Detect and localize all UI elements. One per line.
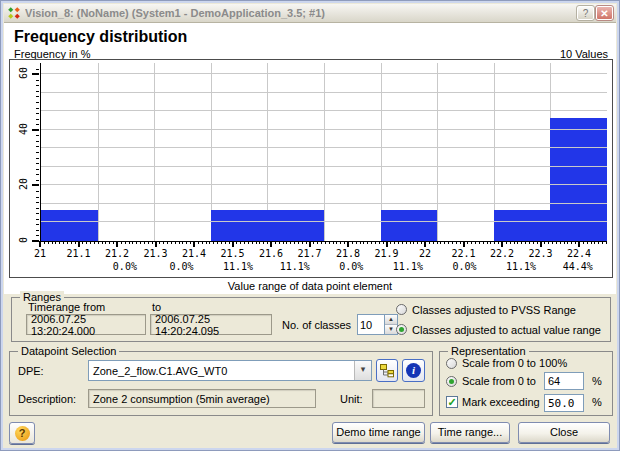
- radio-scale-100-label[interactable]: Scale from 0 to 100%: [462, 357, 567, 369]
- x-minor-tick: [298, 241, 299, 244]
- horizontal-gridline: [41, 110, 607, 111]
- x-minor-tick: [371, 241, 372, 244]
- x-minor-tick: [367, 241, 368, 244]
- unit-label: Unit:: [340, 393, 363, 405]
- x-minor-tick: [356, 241, 357, 244]
- x-minor-tick: [206, 241, 207, 244]
- x-minor-tick: [571, 241, 572, 244]
- x-major-tick: [424, 241, 426, 247]
- classes-spinner[interactable]: ▲ ▼: [357, 314, 398, 335]
- help-icon: ?: [15, 426, 30, 441]
- radio-scale-100[interactable]: [446, 358, 457, 369]
- close-button[interactable]: Close: [518, 422, 610, 443]
- x-minor-tick: [221, 241, 222, 244]
- x-minor-tick: [440, 241, 441, 244]
- x-minor-tick: [421, 241, 422, 244]
- x-minor-tick: [490, 241, 491, 244]
- x-minor-tick: [433, 241, 434, 244]
- x-minor-tick: [63, 241, 64, 244]
- x-minor-tick: [136, 241, 137, 244]
- x-minor-tick: [417, 241, 418, 244]
- x-major-tick: [347, 241, 349, 247]
- chart-panel: Frequency distribution Frequency in % 10…: [4, 23, 616, 294]
- window-title: Vision_8: (NoName) (System1 - DemoApplic…: [25, 7, 575, 19]
- vision-window: Vision_8: (NoName) (System1 - DemoApplic…: [0, 0, 620, 451]
- dpe-tree-button[interactable]: [376, 359, 398, 382]
- x-minor-tick: [229, 241, 230, 244]
- x-minor-tick: [521, 241, 522, 244]
- y-minor-tick: [36, 163, 39, 164]
- mark-exceeding-label[interactable]: Mark exceeding: [462, 396, 540, 408]
- y-minor-tick: [36, 96, 39, 97]
- dpe-info-button[interactable]: i: [402, 359, 425, 382]
- y-minor-tick: [36, 85, 39, 86]
- radio-actual-range-label[interactable]: Classes adjusted to actual value range: [412, 324, 601, 336]
- x-minor-tick: [175, 241, 176, 244]
- y-minor-tick: [36, 230, 39, 231]
- x-minor-tick: [163, 241, 164, 244]
- x-minor-tick: [591, 241, 592, 244]
- radio-pvss-range[interactable]: [396, 304, 407, 315]
- x-major-tick: [540, 241, 542, 247]
- x-minor-tick: [483, 241, 484, 244]
- time-range-button[interactable]: Time range...: [430, 422, 510, 443]
- x-minor-tick: [413, 241, 414, 244]
- titlebar-help-button[interactable]: ?: [577, 6, 594, 20]
- x-tick-label: 21.4: [177, 248, 211, 259]
- x-minor-tick: [460, 241, 461, 244]
- x-tick-label: 22.3: [524, 248, 558, 259]
- chevron-down-icon[interactable]: ▾: [354, 361, 371, 380]
- x-minor-tick: [375, 241, 376, 244]
- x-minor-tick: [121, 241, 122, 244]
- x-minor-tick: [606, 241, 607, 244]
- timerange-from-label: Timerange from: [28, 301, 105, 313]
- mark-exceeding-input[interactable]: [544, 394, 584, 412]
- x-minor-tick: [48, 241, 49, 244]
- help-button[interactable]: ?: [9, 422, 35, 444]
- radio-scale-custom[interactable]: [446, 376, 457, 387]
- radio-scale-custom-label[interactable]: Scale from 0 to: [462, 375, 536, 387]
- x-major-tick: [309, 241, 311, 247]
- x-tick-label: 22.4: [562, 248, 596, 259]
- classes-input[interactable]: [357, 314, 384, 335]
- x-minor-tick: [98, 241, 99, 244]
- spin-up-icon[interactable]: ▲: [385, 315, 397, 325]
- vertical-gridline: [324, 63, 325, 241]
- x-minor-tick: [587, 241, 588, 244]
- x-minor-tick: [259, 241, 260, 244]
- x-major-tick: [116, 241, 118, 247]
- x-minor-tick: [225, 241, 226, 244]
- x-tick-label: 21.5: [216, 248, 250, 259]
- horizontal-gridline: [41, 203, 607, 204]
- y-minor-tick: [36, 80, 39, 81]
- x-minor-tick: [340, 241, 341, 244]
- x-minor-tick: [132, 241, 133, 244]
- x-minor-tick: [240, 241, 241, 244]
- x-minor-tick: [290, 241, 291, 244]
- x-minor-tick: [498, 241, 499, 244]
- y-tick-label: 20: [18, 173, 30, 195]
- x-minor-tick: [75, 241, 76, 244]
- x-axis-caption: Value range of data point element: [4, 280, 616, 292]
- radio-pvss-range-label[interactable]: Classes adjusted to PVSS Range: [412, 304, 576, 316]
- x-minor-tick: [198, 241, 199, 244]
- x-minor-tick: [294, 241, 295, 244]
- demo-time-range-button[interactable]: Demo time range: [332, 422, 425, 443]
- x-minor-tick: [410, 241, 411, 244]
- y-minor-tick: [36, 108, 39, 109]
- classes-label: No. of classes: [282, 319, 351, 331]
- titlebar[interactable]: Vision_8: (NoName) (System1 - DemoApplic…: [4, 4, 616, 23]
- x-minor-tick: [306, 241, 307, 244]
- dpe-combobox[interactable]: Zone_2_flow.C1.AVG_WT0 ▾: [88, 360, 372, 381]
- x-minor-tick: [448, 241, 449, 244]
- x-minor-tick: [329, 241, 330, 244]
- y-minor-tick: [36, 213, 39, 214]
- radio-actual-range[interactable]: [396, 324, 407, 335]
- x-minor-tick: [333, 241, 334, 244]
- y-tick-label: 40: [18, 118, 30, 140]
- description-label: Description:: [18, 393, 76, 405]
- titlebar-close-button[interactable]: ✕: [596, 6, 613, 20]
- x-minor-tick: [394, 241, 395, 244]
- scale-max-input[interactable]: [544, 372, 584, 390]
- mark-exceeding-checkbox[interactable]: [446, 396, 458, 408]
